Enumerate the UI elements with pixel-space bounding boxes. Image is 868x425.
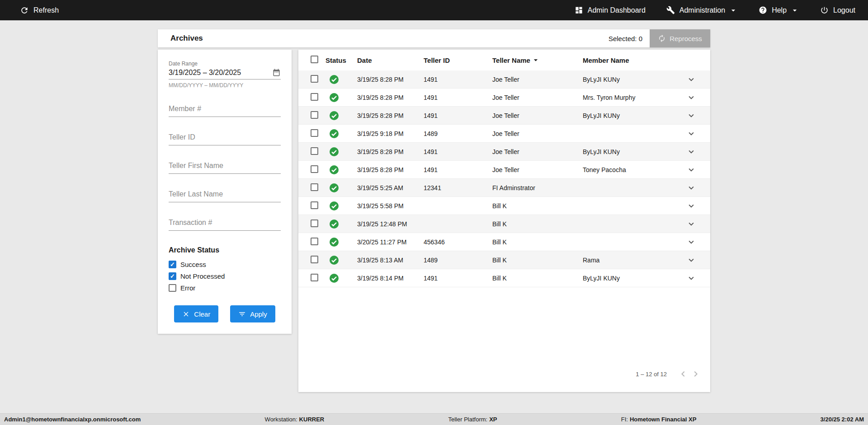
table-row: 3/19/25 8:14 PM 1491 Bill K ByLyJI KUNy [298, 269, 710, 287]
administration-label: Administration [679, 6, 725, 14]
table-header-row: Status Date Teller ID Teller Name Member… [298, 50, 710, 70]
success-status-icon [329, 164, 340, 175]
row-status-cell [326, 255, 357, 266]
row-expand-cell [679, 110, 704, 121]
date-range-input[interactable] [169, 69, 272, 77]
expand-row-button[interactable] [685, 164, 697, 176]
row-checkbox-cell [311, 238, 326, 247]
expand-row-button[interactable] [685, 182, 697, 194]
status-option-success[interactable]: Success [169, 261, 281, 268]
row-checkbox[interactable] [311, 201, 318, 209]
row-teller-id: 1491 [424, 148, 492, 155]
row-checkbox[interactable] [311, 165, 318, 173]
fi-label: FI: [621, 416, 628, 423]
success-status-icon [329, 219, 340, 229]
row-checkbox[interactable] [311, 220, 318, 227]
row-teller-name: Bill K [492, 257, 583, 264]
expand-row-button[interactable] [685, 218, 697, 230]
reprocess-icon [658, 34, 666, 42]
teller-first-name-input[interactable] [169, 159, 281, 174]
admin-dashboard-button[interactable]: Admin Dashboard [575, 6, 646, 14]
workstation: Workstation: KURRER [265, 416, 325, 423]
expand-row-button[interactable] [685, 236, 697, 248]
help-icon [759, 6, 767, 14]
row-expand-cell [679, 164, 704, 176]
teller-name-header-label: Teller Name [492, 56, 530, 64]
row-checkbox[interactable] [311, 93, 318, 101]
row-date: 3/19/25 12:48 PM [357, 220, 424, 228]
next-page-button[interactable] [689, 368, 702, 380]
fi-value: Hometown Financial XP [630, 416, 696, 423]
row-checkbox[interactable] [311, 274, 318, 281]
table-row: 3/19/25 5:25 AM 12341 FI Adminstrator [298, 179, 710, 197]
row-checkbox[interactable] [311, 238, 318, 245]
row-checkbox[interactable] [311, 147, 318, 155]
prev-page-button[interactable] [677, 368, 689, 380]
column-header-teller-id[interactable]: Teller ID [424, 56, 492, 64]
error-checkbox[interactable] [169, 284, 176, 292]
row-status-cell [326, 237, 357, 248]
expand-row-button[interactable] [685, 110, 697, 121]
top-bar: Refresh Admin Dashboard Administration H… [0, 0, 868, 20]
page-title: Archives [158, 34, 609, 43]
refresh-label: Refresh [33, 6, 59, 14]
chevron-down-icon [686, 129, 696, 139]
teller-last-name-input[interactable] [169, 187, 281, 202]
content-row: Date Range MM/DD/YYYY – MM/DD/YYYY Archi… [158, 50, 710, 392]
row-checkbox[interactable] [311, 183, 318, 191]
expand-row-button[interactable] [685, 200, 697, 212]
table-row: 3/20/25 11:27 PM 456346 Bill K [298, 233, 710, 251]
logout-button[interactable]: Logout [820, 6, 855, 14]
row-status-cell [326, 110, 357, 121]
select-all-checkbox[interactable] [311, 56, 318, 63]
chevron-down-icon [686, 273, 696, 283]
expand-row-button[interactable] [685, 92, 697, 103]
reprocess-button[interactable]: Reprocess [650, 29, 710, 47]
row-teller-name: Bill K [492, 220, 583, 228]
row-member-name: Mrs. Tyron Murphy [583, 94, 679, 101]
column-header-teller-name[interactable]: Teller Name [492, 56, 583, 65]
row-status-cell [326, 182, 357, 193]
member-number-input[interactable] [169, 102, 281, 117]
status-option-not-processed[interactable]: Not Processed [169, 272, 281, 280]
expand-row-button[interactable] [685, 74, 697, 85]
help-menu[interactable]: Help [759, 6, 799, 15]
row-member-name: ByLyJI KUNy [583, 275, 679, 282]
row-checkbox-cell [311, 183, 326, 192]
dashboard-icon [575, 6, 583, 14]
refresh-button[interactable]: Refresh [20, 6, 59, 15]
administration-menu[interactable]: Administration [666, 6, 738, 15]
row-checkbox[interactable] [311, 129, 318, 137]
apply-button[interactable]: Apply [230, 305, 275, 322]
row-teller-name: Bill K [492, 202, 583, 210]
expand-row-button[interactable] [685, 272, 697, 284]
column-header-date[interactable]: Date [357, 56, 424, 64]
row-teller-name: Joe Teller [492, 148, 583, 155]
success-checkbox-label: Success [180, 261, 206, 268]
teller-id-input[interactable] [169, 131, 281, 145]
success-status-icon [329, 201, 340, 211]
main-content: Archives Selected: 0 Reprocess Date Rang… [0, 20, 868, 413]
row-checkbox[interactable] [311, 111, 318, 119]
date-range-label: Date Range [169, 61, 281, 67]
table-row: 3/19/25 8:28 PM 1491 Joe Teller Toney Pa… [298, 161, 710, 179]
success-checkbox[interactable] [169, 261, 176, 268]
row-checkbox-cell [311, 111, 326, 120]
row-checkbox[interactable] [311, 256, 318, 263]
row-checkbox[interactable] [311, 75, 318, 83]
table-row: 3/19/25 8:28 PM 1491 Joe Teller Mrs. Tyr… [298, 89, 710, 107]
status-option-error[interactable]: Error [169, 284, 281, 292]
column-header-member-name[interactable]: Member Name [583, 56, 679, 64]
clear-button[interactable]: Clear [174, 305, 218, 322]
row-date: 3/19/25 5:58 PM [357, 202, 424, 210]
expand-row-button[interactable] [685, 146, 697, 158]
row-teller-name: Joe Teller [492, 94, 583, 101]
column-header-status[interactable]: Status [326, 56, 357, 64]
expand-row-button[interactable] [685, 128, 697, 140]
expand-row-button[interactable] [685, 254, 697, 266]
not-processed-checkbox[interactable] [169, 272, 176, 280]
transaction-number-input[interactable] [169, 216, 281, 231]
date-format-hint: MM/DD/YYYY – MM/DD/YYYY [169, 82, 281, 89]
row-teller-id: 1491 [424, 112, 492, 119]
calendar-button[interactable] [272, 68, 281, 77]
